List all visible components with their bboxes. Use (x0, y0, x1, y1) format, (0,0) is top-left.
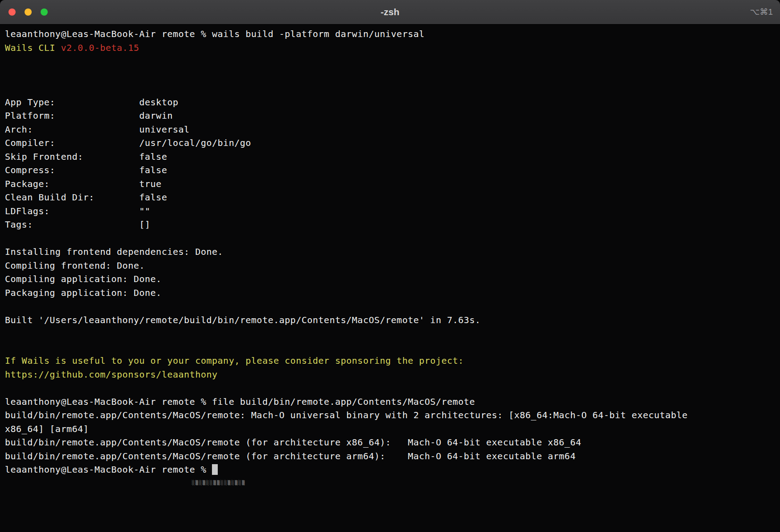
terminal-text: Skip Frontend: false (5, 151, 167, 162)
terminal-text: Package: true (5, 179, 162, 189)
terminal-text: Arch: universal (5, 124, 190, 135)
terminal-text: Built '/Users/leaanthony/remote/build/bi… (5, 315, 481, 325)
terminal-line: Platform: darwin (5, 109, 775, 123)
terminal-line: Compiling frontend: Done. (5, 259, 775, 273)
sponsor-url-link[interactable]: https://github.com/sponsors/leaanthony (5, 369, 218, 380)
terminal-text: Packaging application: Done. (5, 287, 162, 298)
window-titlebar[interactable]: -zsh ⌥⌘1 (0, 0, 780, 25)
terminal-text: Installing frontend dependencies: Done. (5, 246, 223, 257)
terminal-line (5, 232, 775, 245)
terminal-text: Clean Build Dir: false (5, 192, 167, 203)
background-window-fragment: ░▒░▒░░▒▒░░▒░▒░▒ (192, 480, 245, 485)
terminal-line: https://github.com/sponsors/leaanthony (5, 368, 775, 382)
terminal-line: x86_64] [arm64] (5, 422, 775, 436)
terminal-line (5, 341, 775, 354)
terminal-line: Compiling application: Done. (5, 272, 775, 286)
terminal-line: build/bin/remote.app/Contents/MacOS/remo… (5, 449, 775, 463)
terminal-line (5, 54, 775, 68)
terminal-line (5, 327, 775, 341)
terminal-line: leaanthony@Leas-MacBook-Air remote % (5, 463, 775, 477)
terminal-screen[interactable]: leaanthony@Leas-MacBook-Air remote % wai… (0, 25, 780, 477)
terminal-line: leaanthony@Leas-MacBook-Air remote % fil… (5, 395, 775, 409)
terminal-line: Wails CLI v2.0.0-beta.15 (5, 41, 775, 55)
terminal-line: LDFlags: "" (5, 204, 775, 218)
terminal-line: Compress: false (5, 163, 775, 177)
terminal-line: Package: true (5, 177, 775, 191)
terminal-line: Compiler: /usr/local/go/bin/go (5, 136, 775, 150)
terminal-text: build/bin/remote.app/Contents/MacOS/remo… (5, 451, 576, 461)
window-title: -zsh (0, 0, 780, 24)
terminal-line: Tags: [] (5, 218, 775, 232)
terminal-text: Compiler: /usr/local/go/bin/go (5, 137, 251, 148)
window-shortcut-badge: ⌥⌘1 (750, 0, 773, 24)
terminal-text: Compiling frontend: Done. (5, 260, 145, 271)
terminal-line: leaanthony@Leas-MacBook-Air remote % wai… (5, 27, 775, 41)
terminal-line: Arch: universal (5, 123, 775, 137)
terminal-line: Installing frontend dependencies: Done. (5, 245, 775, 259)
terminal-line (5, 381, 775, 395)
terminal-text: leaanthony@Leas-MacBook-Air remote % fil… (5, 396, 475, 407)
terminal-text: leaanthony@Leas-MacBook-Air remote % wai… (5, 29, 425, 39)
terminal-line: Built '/Users/leaanthony/remote/build/bi… (5, 313, 775, 327)
terminal-text: v2.0.0-beta.15 (61, 42, 139, 53)
terminal-line (5, 82, 775, 96)
terminal-text: Tags: [] (5, 219, 150, 230)
terminal-window: -zsh ⌥⌘1 leaanthony@Leas-MacBook-Air rem… (0, 0, 780, 532)
terminal-line: Skip Frontend: false (5, 150, 775, 164)
terminal-line: Clean Build Dir: false (5, 191, 775, 204)
terminal-line (5, 68, 775, 82)
terminal-text: Platform: darwin (5, 110, 173, 121)
terminal-text: build/bin/remote.app/Contents/MacOS/remo… (5, 437, 581, 448)
terminal-text: App Type: desktop (5, 97, 178, 108)
terminal-cursor (212, 464, 218, 475)
terminal-text: If Wails is useful to you or your compan… (5, 355, 464, 366)
terminal-line: Packaging application: Done. (5, 286, 775, 300)
terminal-line (5, 299, 775, 313)
terminal-line: App Type: desktop (5, 96, 775, 109)
terminal-text: Wails CLI (5, 42, 61, 53)
terminal-line: build/bin/remote.app/Contents/MacOS/remo… (5, 436, 775, 449)
terminal-text: x86_64] [arm64] (5, 424, 89, 434)
terminal-text: Compiling application: Done. (5, 274, 162, 284)
terminal-text: build/bin/remote.app/Contents/MacOS/remo… (5, 410, 688, 420)
terminal-text: Compress: false (5, 165, 167, 175)
terminal-line: If Wails is useful to you or your compan… (5, 354, 775, 368)
terminal-text: LDFlags: "" (5, 206, 150, 216)
terminal-text: leaanthony@Leas-MacBook-Air remote % (5, 464, 212, 475)
terminal-line: build/bin/remote.app/Contents/MacOS/remo… (5, 408, 775, 422)
